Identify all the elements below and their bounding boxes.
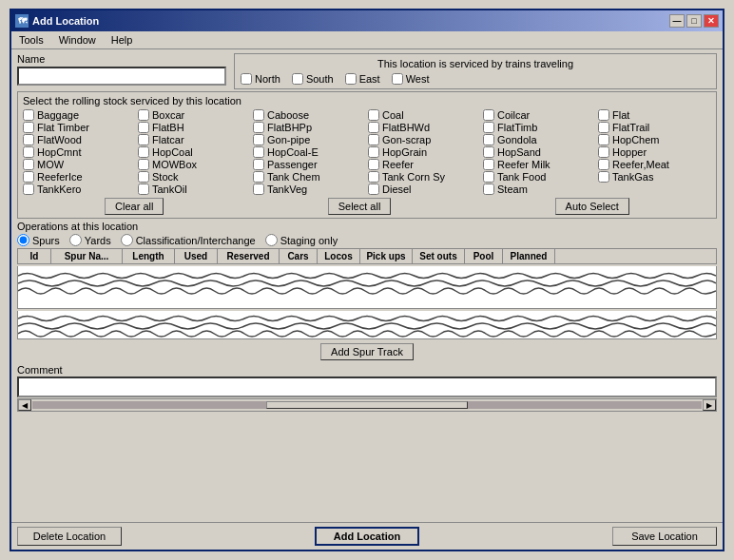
maximize-button[interactable]: □ xyxy=(686,14,702,28)
rolling-item-41 xyxy=(598,183,711,195)
rolling-label-39: Diesel xyxy=(382,183,412,195)
rolling-checkbox-38[interactable] xyxy=(253,183,264,195)
delete-location-button[interactable]: Delete Location xyxy=(17,527,122,546)
radio-yards-input[interactable] xyxy=(69,234,82,246)
scrollbar-thumb[interactable] xyxy=(266,401,467,409)
checkbox-east[interactable] xyxy=(345,73,357,85)
rolling-item-38: TankVeg xyxy=(253,183,366,195)
rolling-checkbox-28[interactable] xyxy=(483,159,494,170)
rolling-checkbox-33[interactable] xyxy=(368,171,379,183)
minimize-button[interactable]: — xyxy=(669,14,685,28)
rolling-label-2: Caboose xyxy=(267,109,309,121)
menu-help[interactable]: Help xyxy=(107,33,137,47)
rolling-checkbox-0[interactable] xyxy=(23,109,34,121)
checkbox-south[interactable] xyxy=(292,73,303,85)
scroll-right-button[interactable]: ▶ xyxy=(703,399,716,411)
rolling-checkbox-23[interactable] xyxy=(598,146,609,158)
rolling-checkbox-9[interactable] xyxy=(368,122,379,133)
rolling-checkbox-16[interactable] xyxy=(483,134,494,145)
rolling-checkbox-25[interactable] xyxy=(138,159,149,170)
rolling-checkbox-19[interactable] xyxy=(138,146,149,158)
rolling-item-17: HopChem xyxy=(598,134,711,145)
rolling-label-25: MOWBox xyxy=(152,159,197,170)
rolling-checkbox-14[interactable] xyxy=(253,134,264,145)
menu-tools[interactable]: Tools xyxy=(15,33,48,47)
clear-all-button[interactable]: Clear all xyxy=(105,198,164,215)
rolling-checkbox-27[interactable] xyxy=(368,159,379,170)
save-location-button[interactable]: Save Location xyxy=(612,527,717,546)
rolling-item-4: Coilcar xyxy=(483,109,596,121)
comment-input[interactable] xyxy=(17,377,717,397)
direction-west: West xyxy=(392,73,430,85)
rolling-checkbox-8[interactable] xyxy=(253,122,264,133)
title-buttons: — □ ✕ xyxy=(669,14,719,28)
rolling-item-21: HopGrain xyxy=(368,146,481,158)
rolling-checkbox-4[interactable] xyxy=(483,109,494,121)
rolling-checkbox-32[interactable] xyxy=(253,171,264,183)
rolling-checkbox-18[interactable] xyxy=(23,146,34,158)
auto-select-button[interactable]: Auto Select xyxy=(555,198,629,215)
rolling-checkbox-31[interactable] xyxy=(138,171,149,183)
spurs-label: Spurs xyxy=(32,235,60,246)
rolling-checkbox-29[interactable] xyxy=(598,159,609,170)
close-button[interactable]: ✕ xyxy=(704,14,719,28)
name-input[interactable] xyxy=(17,67,226,86)
rolling-checkbox-17[interactable] xyxy=(598,134,609,145)
add-location-button[interactable]: Add Location xyxy=(315,527,419,546)
rolling-checkbox-15[interactable] xyxy=(368,134,379,145)
rolling-label-37: TankOil xyxy=(152,183,187,195)
horizontal-scrollbar[interactable]: ◀ ▶ xyxy=(17,398,717,412)
radio-spurs-input[interactable] xyxy=(17,234,29,246)
rolling-checkbox-13[interactable] xyxy=(138,134,149,145)
rolling-label-28: Reefer Milk xyxy=(497,159,550,170)
rolling-checkbox-39[interactable] xyxy=(368,183,379,195)
rolling-checkbox-12[interactable] xyxy=(23,134,34,145)
col-header-8: Set outs xyxy=(413,249,465,263)
rolling-checkbox-20[interactable] xyxy=(253,146,264,158)
radio-staging-input[interactable] xyxy=(265,234,278,246)
rolling-checkbox-1[interactable] xyxy=(138,109,149,121)
rolling-item-12: FlatWood xyxy=(23,134,136,145)
checkbox-north[interactable] xyxy=(241,73,252,85)
rolling-checkbox-7[interactable] xyxy=(138,122,149,133)
name-trains-row: Name This location is serviced by trains… xyxy=(17,53,717,89)
rolling-checkbox-35[interactable] xyxy=(598,171,609,183)
rolling-item-23: Hopper xyxy=(598,146,711,158)
rolling-item-22: HopSand xyxy=(483,146,596,158)
east-label: East xyxy=(359,73,380,85)
rolling-checkbox-30[interactable] xyxy=(23,171,34,183)
rolling-label-9: FlatBHWd xyxy=(382,122,430,133)
add-spur-track-button[interactable]: Add Spur Track xyxy=(320,343,414,360)
rolling-item-36: TankKero xyxy=(23,183,136,195)
menu-window[interactable]: Window xyxy=(55,33,100,47)
rolling-checkbox-10[interactable] xyxy=(483,122,494,133)
rolling-checkbox-24[interactable] xyxy=(23,159,34,170)
rolling-checkbox-11[interactable] xyxy=(598,122,609,133)
scroll-left-button[interactable]: ◀ xyxy=(18,399,31,411)
rolling-item-18: HopCmnt xyxy=(23,146,136,158)
radio-classification-input[interactable] xyxy=(121,234,133,246)
rolling-item-15: Gon-scrap xyxy=(368,134,481,145)
rolling-checkbox-26[interactable] xyxy=(253,159,264,170)
rolling-checkbox-3[interactable] xyxy=(368,109,379,121)
rolling-label-21: HopGrain xyxy=(382,146,427,158)
rolling-checkbox-22[interactable] xyxy=(483,146,494,158)
scrollbar-track[interactable] xyxy=(32,401,702,409)
rolling-checkbox-36[interactable] xyxy=(23,183,34,195)
rolling-item-25: MOWBox xyxy=(138,159,251,170)
rolling-checkbox-6[interactable] xyxy=(23,122,34,133)
table-header: IdSpur Na...LengthUsedReservedCarsLocosP… xyxy=(17,248,717,264)
checkbox-west[interactable] xyxy=(392,73,403,85)
rolling-checkbox-2[interactable] xyxy=(253,109,264,121)
rolling-label-0: Baggage xyxy=(37,109,79,121)
rolling-checkbox-37[interactable] xyxy=(138,183,149,195)
rolling-checkbox-40[interactable] xyxy=(483,183,494,195)
select-all-button[interactable]: Select all xyxy=(328,198,392,215)
rolling-title: Select the rolling stock serviced by thi… xyxy=(23,95,711,106)
rolling-checkbox-34[interactable] xyxy=(483,171,494,183)
rolling-label-38: TankVeg xyxy=(267,183,307,195)
rolling-checkbox-5[interactable] xyxy=(598,109,609,121)
rolling-label-33: Tank Corn Sy xyxy=(382,171,445,183)
rolling-checkbox-21[interactable] xyxy=(368,146,379,158)
rolling-label-3: Coal xyxy=(382,109,404,121)
